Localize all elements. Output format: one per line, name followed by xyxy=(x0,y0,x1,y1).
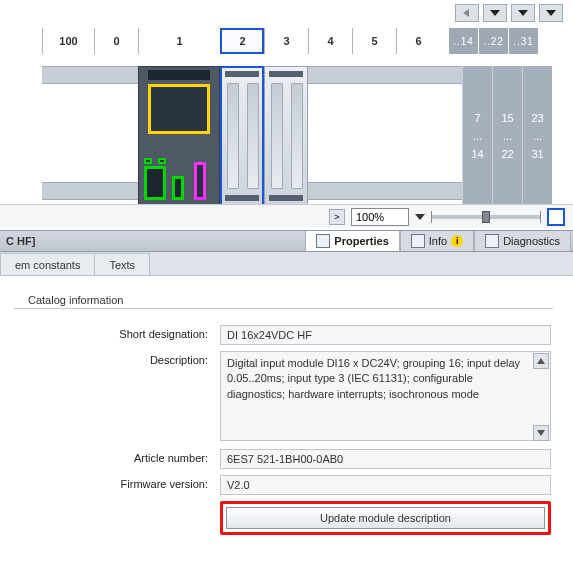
cpu-display xyxy=(148,84,210,134)
textarea-scroll-up[interactable] xyxy=(533,353,549,369)
info-badge-icon: i xyxy=(451,235,463,247)
inspector-subtab-bar: em constants Texts xyxy=(0,252,573,276)
update-button-highlight: Update module description xyxy=(220,501,551,535)
label-short-designation: Short designation: xyxy=(20,325,220,345)
addr-col-2[interactable]: 15...22 xyxy=(492,66,522,206)
field-article-number[interactable] xyxy=(220,449,551,469)
port-led-2 xyxy=(158,158,166,164)
textarea-scroll-down[interactable] xyxy=(533,425,549,441)
label-article-number: Article number: xyxy=(20,449,220,469)
section-title-catalog: Catalog information xyxy=(28,294,553,306)
inspector-titlebar: C HF] Properties Info i Diagnostics xyxy=(0,230,573,252)
zoom-dropdown-icon[interactable] xyxy=(415,212,425,222)
diagnostics-icon xyxy=(485,234,499,248)
svg-marker-2 xyxy=(518,10,528,16)
section-divider xyxy=(14,308,553,309)
slot-header-5[interactable]: 5 xyxy=(352,28,396,54)
tab-properties[interactable]: Properties xyxy=(305,231,399,251)
field-short-designation[interactable] xyxy=(220,325,551,345)
slot-header-4[interactable]: 4 xyxy=(308,28,352,54)
addr-header-col-2[interactable]: ..22 xyxy=(478,28,508,54)
io-module-slot-2[interactable] xyxy=(220,66,264,206)
slot-scroll-arrows xyxy=(455,4,563,22)
svg-marker-4 xyxy=(415,214,425,220)
tab-diagnostics[interactable]: Diagnostics xyxy=(474,231,571,251)
label-firmware-version: Firmware version: xyxy=(20,475,220,495)
inspector-title-suffix: C HF] xyxy=(2,235,35,247)
slot-header-3[interactable]: 3 xyxy=(264,28,308,54)
update-module-description-button[interactable]: Update module description xyxy=(226,507,545,529)
zoom-percent-input[interactable] xyxy=(351,208,409,226)
catalog-form: Short designation: Description: Article … xyxy=(20,325,551,535)
tab-info[interactable]: Info i xyxy=(400,231,474,251)
rack-area: 7...14 15...22 23...31 xyxy=(42,54,552,204)
svg-marker-0 xyxy=(463,9,469,17)
subtab-texts[interactable]: Texts xyxy=(94,253,150,275)
slot-scroll-down-1[interactable] xyxy=(483,4,507,22)
slot-scroll-down-2[interactable] xyxy=(511,4,535,22)
addr-col-1[interactable]: 7...14 xyxy=(462,66,492,206)
slot-header-row: 100 0 1 2 3 4 5 6 ..14 ..22 ..31 xyxy=(42,28,538,54)
properties-pane: Catalog information Short designation: D… xyxy=(0,276,573,570)
svg-marker-3 xyxy=(546,10,556,16)
svg-marker-5 xyxy=(537,358,545,364)
scroll-right-icon[interactable]: > xyxy=(329,209,345,225)
cpu-module[interactable] xyxy=(138,66,220,206)
slot-header-0[interactable]: 0 xyxy=(94,28,138,54)
properties-icon xyxy=(316,234,330,248)
zoom-fit-button[interactable] xyxy=(547,208,565,226)
profinet-port-2 xyxy=(172,176,184,200)
slot-scroll-down-3[interactable] xyxy=(539,4,563,22)
profibus-port xyxy=(194,162,206,200)
addr-header-col-1[interactable]: ..14 xyxy=(448,28,478,54)
subtab-system-constants[interactable]: em constants xyxy=(0,253,95,275)
addr-col-3[interactable]: 23...31 xyxy=(522,66,552,206)
hardware-config-view: 100 0 1 2 3 4 5 6 ..14 ..22 ..31 xyxy=(0,0,573,230)
slot-scroll-left[interactable] xyxy=(455,4,479,22)
addr-header-col-3[interactable]: ..31 xyxy=(508,28,538,54)
slot-header-2[interactable]: 2 xyxy=(220,28,264,54)
zoom-slider-thumb[interactable] xyxy=(482,211,490,223)
zoom-toolbar: > xyxy=(0,204,573,228)
label-description: Description: xyxy=(20,351,220,443)
field-description[interactable] xyxy=(220,351,551,441)
slot-header-6[interactable]: 6 xyxy=(396,28,440,54)
profinet-port-1 xyxy=(144,166,166,200)
address-range-block: 7...14 15...22 23...31 xyxy=(462,66,552,206)
svg-marker-6 xyxy=(537,430,545,436)
port-led-1 xyxy=(144,158,152,164)
field-firmware-version[interactable] xyxy=(220,475,551,495)
slot-header-100[interactable]: 100 xyxy=(42,28,94,54)
svg-marker-1 xyxy=(490,10,500,16)
io-module-slot-3[interactable] xyxy=(264,66,308,206)
zoom-slider[interactable] xyxy=(431,215,541,219)
slot-header-1[interactable]: 1 xyxy=(138,28,220,54)
info-icon xyxy=(411,234,425,248)
